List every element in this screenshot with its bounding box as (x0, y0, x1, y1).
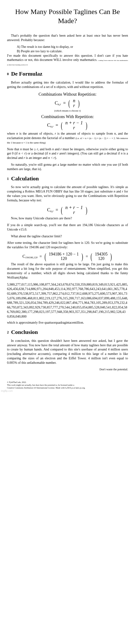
n-choose-r-note: (which means n choose r) (7, 109, 128, 112)
t: ) or a decimal (if (26, 152, 49, 155)
binom-bot: r (72, 103, 76, 108)
footer-block: © PythTheCode, 2022. This work might not… (7, 381, 128, 389)
page-title: How Many Possible Taglines Can Be Made? (7, 7, 128, 25)
sec2-para-a: In conclusion, this question shouldn't h… (7, 339, 128, 365)
section-0-title: De Formulaz (11, 71, 43, 77)
binom-top: 194186 + 120 − 1 (48, 252, 79, 256)
binom-rep: n + r − 1 r (64, 205, 84, 215)
binom-bot: r (65, 125, 83, 130)
footer-license-2: Creative Commons Attribution 4.0 Interna… (7, 387, 128, 389)
sym-sub: n,r (50, 210, 54, 213)
binom-top: n + r − 1 (65, 120, 83, 125)
section-1-num: 1 (7, 177, 9, 180)
var-n: n (114, 132, 116, 135)
sec1-para-c: If you do a simple search-up, you'll see… (7, 223, 128, 232)
eq-sign: = (63, 100, 66, 106)
sec2-para-b: Don't waste the potential. (7, 368, 128, 371)
sym-c: C (23, 254, 25, 259)
eq-sign: = (40, 254, 42, 259)
cond: n < r (48, 156, 55, 160)
big-number: 5,980,277,017,115,986,108,877,564,243,67… (7, 282, 128, 319)
intro-tail: I've made this document specifically to … (7, 54, 128, 67)
binom-rep: n + r − 1 r (64, 120, 84, 130)
sym-sub: n,r (58, 102, 61, 106)
lparen-icon: ( (45, 252, 46, 261)
binom-top: n + r − 1 (65, 205, 83, 210)
binom-bot: 120 (48, 256, 79, 261)
section-1-heading: 1Calculation (7, 175, 128, 182)
t: is the amount of objects, (18, 132, 55, 135)
document-page: How Many Possible Taglines Can Be Made? … (0, 0, 135, 393)
t: and (51, 152, 57, 155)
sec1-para-f: The result of the above equation is stil… (7, 262, 128, 280)
t: is the amount of objects to sample from (56, 132, 114, 135)
intro-lead: That's probably the question that's been… (7, 34, 128, 42)
binom-top: n (72, 98, 76, 103)
sec1-para-d: What about the tagline character limit? (7, 234, 128, 239)
sec0-para-c: Note that n must be ≥ r, and both n and … (7, 147, 128, 160)
t: , and both (38, 148, 52, 151)
binom-num1: 194186 + 120 − 1 120 (48, 252, 80, 261)
binom-no-rep: n r (72, 98, 76, 108)
eq-sign: = (86, 254, 88, 259)
rparen-icon: ) (85, 206, 87, 214)
var-n: n (52, 148, 54, 151)
binom-top: 194305 (95, 252, 108, 256)
sym-sub: 194186,120 (25, 256, 37, 259)
formula-rep-copy: Cn,r = ( n + r − 1 r ) (7, 205, 128, 215)
formula-numeric: C194186,120 = ( 194186 + 120 − 1 120 ) =… (7, 252, 128, 261)
section-0-num: 0 (7, 72, 9, 76)
eq-sign: = (56, 207, 58, 212)
comb-no-rep-head: Combinations Without Repetition: (7, 92, 128, 97)
rparen-icon: ) (81, 252, 83, 261)
rparen-icon: ) (110, 252, 112, 261)
t: So now we're actually going to calculate… (7, 185, 128, 193)
section-2-heading: 2Conclusion (7, 328, 128, 336)
sec0-para-d: So naturally, you're still gonna get a l… (7, 163, 128, 172)
t: ). (55, 156, 57, 160)
sym-c: C (47, 122, 50, 128)
rparen-icon: ) (85, 121, 87, 130)
sec1-para-b: Now, how many Unicode characters are the… (7, 216, 128, 221)
var-n: n (49, 152, 51, 155)
t: Note that (7, 148, 20, 151)
sec0-para-b: where n is the amount of objects, r is t… (7, 132, 128, 145)
sec1-para-a: So now we're actually going to calculate… (7, 185, 128, 203)
formula-no-rep: Cn,r = ( n r ) (7, 98, 128, 108)
sym-c: C (55, 100, 58, 106)
sym-c: C (47, 207, 50, 213)
lparen-icon: ( (61, 121, 63, 130)
t: must be ≥ (22, 148, 37, 151)
lparen-icon: ( (61, 206, 63, 214)
footer-license-1: This work might not actually, but does h… (7, 384, 128, 386)
t: aren't integers). (You can still get a d… (58, 152, 121, 155)
t: where (7, 132, 16, 135)
sec1-para-e: After some testing, the character limit … (7, 241, 128, 250)
binom-bot: 120 (95, 256, 108, 261)
sec0-para-a: Before actually getting into the calcula… (7, 80, 128, 89)
t: and (54, 148, 61, 151)
var-n: n (114, 190, 115, 193)
lparen-icon: ( (91, 252, 92, 261)
eq-sign: = (56, 122, 58, 128)
section-2-num: 2 (7, 330, 9, 334)
comb-rep-head: Combinations With Repetition: (7, 114, 128, 120)
watermark: imgflip.com (1, 390, 13, 392)
binom-bot: r (65, 210, 83, 215)
section-2-title: Conclusion (11, 329, 38, 335)
binom-num2: 194305 120 (94, 252, 109, 261)
lparen-icon: ( (68, 99, 70, 108)
cond: n < r (19, 152, 26, 155)
intro-option-b: B) People are too lazy to calculate. (7, 49, 128, 54)
sym-sub: n,r (50, 124, 54, 128)
t: and (115, 190, 122, 193)
section-1-title: Calculation (11, 176, 39, 182)
intro-option-a: A) The result is too damn big to display… (7, 45, 128, 49)
formula-rep: Cn,r = ( n + r − 1 r ) (7, 120, 128, 130)
t: is an integer and (25, 156, 48, 160)
var-n: n (16, 132, 18, 135)
rparen-icon: ) (78, 99, 80, 108)
footer-copyright: © PythTheCode, 2022. (7, 381, 128, 384)
section-0-heading: 0De Formulaz (7, 70, 128, 78)
sec1-para-g: which is approximately five quattuorquad… (7, 320, 128, 325)
